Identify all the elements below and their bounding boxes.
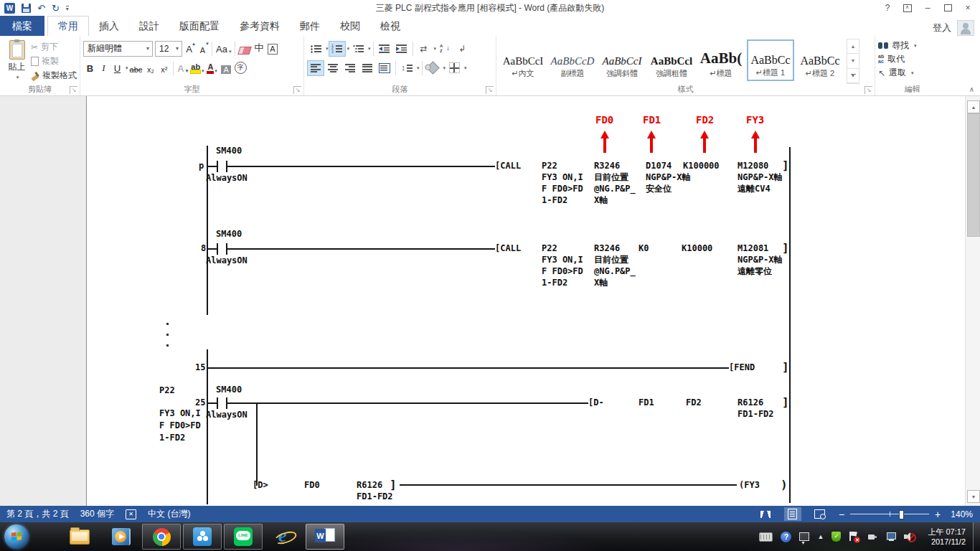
font-size-select[interactable]: 12 ▾ bbox=[155, 41, 182, 57]
vertical-scrollbar[interactable]: ▲ ▼ bbox=[965, 96, 980, 506]
show-desktop-button[interactable] bbox=[973, 522, 980, 551]
highlight-button[interactable]: ab▾ bbox=[189, 60, 205, 75]
undo-icon[interactable]: ↶ bbox=[37, 4, 45, 13]
taskbar-explorer[interactable] bbox=[60, 524, 99, 550]
align-right-button[interactable] bbox=[341, 60, 359, 76]
restore-icon[interactable] bbox=[938, 1, 957, 14]
format-painter-button[interactable]: 複製格式 bbox=[31, 70, 77, 82]
styles-more-icon[interactable]: ▼ bbox=[847, 69, 859, 83]
zoom-in-icon[interactable]: + bbox=[935, 509, 941, 519]
network-icon[interactable] bbox=[885, 532, 896, 542]
enclose-characters-button[interactable]: 字 bbox=[233, 60, 248, 75]
word-app-icon[interactable]: W bbox=[4, 3, 15, 14]
customize-quick-access-icon[interactable]: ▾ bbox=[66, 6, 69, 11]
bold-button[interactable]: B bbox=[83, 60, 97, 75]
distribute-button[interactable] bbox=[376, 60, 393, 76]
style-card-normal[interactable]: AaBbCcI ↵內文 bbox=[499, 39, 547, 81]
asian-layout-button[interactable]: ⇄ bbox=[415, 41, 433, 57]
shading-button[interactable] bbox=[425, 60, 442, 76]
zoom-slider-thumb[interactable] bbox=[899, 510, 904, 519]
zoom-out-icon[interactable]: − bbox=[839, 509, 844, 519]
volume-muted-icon[interactable] bbox=[904, 532, 915, 542]
shrink-font-button[interactable]: A▼ bbox=[196, 41, 209, 56]
taskbar-internet-explorer[interactable] bbox=[265, 524, 303, 550]
find-button[interactable]: 尋找▾ bbox=[878, 39, 947, 52]
ribbon-display-options-icon[interactable] bbox=[898, 1, 917, 14]
character-shading-button[interactable]: A bbox=[220, 60, 233, 75]
font-color-button[interactable]: A▾ bbox=[206, 60, 220, 75]
zoom-slider[interactable]: − + bbox=[839, 509, 941, 519]
help-icon[interactable]: ? bbox=[878, 1, 897, 14]
subscript-button[interactable]: x₂ bbox=[143, 60, 157, 75]
read-mode-button[interactable] bbox=[757, 507, 774, 521]
language-indicator[interactable]: 中文 (台灣) bbox=[148, 508, 190, 520]
tray-help-icon[interactable]: ? bbox=[781, 532, 791, 542]
style-card-subtitle[interactable]: AaBbCcD 副標題 bbox=[549, 39, 596, 81]
save-icon[interactable] bbox=[22, 4, 31, 13]
keyboard-input-icon[interactable] bbox=[759, 532, 773, 542]
sign-in-link[interactable]: 登入 bbox=[933, 22, 951, 34]
underline-button[interactable]: U bbox=[110, 60, 124, 75]
align-center-button[interactable] bbox=[324, 60, 341, 76]
print-layout-button[interactable] bbox=[784, 507, 801, 521]
paste-button[interactable]: 貼上 ▾ bbox=[3, 39, 31, 84]
show-marks-button[interactable]: ↲ bbox=[453, 41, 471, 57]
tab-design[interactable]: 設計 bbox=[129, 17, 169, 36]
line-spacing-button[interactable] bbox=[398, 60, 415, 76]
clipboard-dialog-launcher-icon[interactable]: ↘ bbox=[70, 86, 77, 94]
multilevel-list-button[interactable] bbox=[349, 41, 367, 57]
justify-button[interactable] bbox=[359, 60, 376, 76]
styles-dialog-launcher-icon[interactable]: ↘ bbox=[864, 86, 872, 94]
document-page[interactable] bbox=[86, 96, 966, 506]
replace-button[interactable]: ab ac 取代 bbox=[878, 52, 947, 66]
collapse-ribbon-icon[interactable]: ∧ bbox=[969, 85, 974, 93]
minimize-icon[interactable]: – bbox=[918, 1, 937, 14]
select-button[interactable]: ↖ 選取▾ bbox=[878, 66, 947, 80]
avatar[interactable] bbox=[957, 20, 974, 36]
security-shield-icon[interactable]: ✓ bbox=[831, 532, 841, 542]
tab-mailings[interactable]: 郵件 bbox=[290, 17, 330, 36]
copy-button[interactable]: 複製 bbox=[31, 55, 77, 67]
italic-button[interactable]: I bbox=[97, 60, 110, 75]
word-count[interactable]: 360 個字 bbox=[80, 508, 114, 520]
taskbar-line[interactable] bbox=[224, 524, 263, 550]
increase-indent-button[interactable] bbox=[393, 41, 410, 57]
align-left-button[interactable] bbox=[307, 60, 324, 76]
scroll-down-icon[interactable]: ▼ bbox=[967, 490, 980, 503]
language-bar-icon[interactable] bbox=[799, 532, 809, 541]
tab-view[interactable]: 檢視 bbox=[370, 17, 410, 36]
redo-icon[interactable]: ↻ bbox=[52, 4, 60, 13]
font-dialog-launcher-icon[interactable]: ↘ bbox=[293, 86, 301, 94]
paragraph-dialog-launcher-icon[interactable]: ↘ bbox=[486, 86, 494, 94]
start-button[interactable] bbox=[4, 524, 29, 549]
paste-dropdown-icon[interactable]: ▾ bbox=[17, 75, 19, 80]
style-card-title[interactable]: AaBb( ↵標題 bbox=[697, 39, 745, 81]
scrollbar-thumb[interactable] bbox=[967, 113, 980, 237]
style-card-emphasis-bold[interactable]: AaBbCcl 強調粗體 bbox=[648, 39, 695, 81]
taskbar-clock[interactable]: 上午 07:17 2017/11/2 bbox=[923, 527, 970, 547]
tab-review[interactable]: 校閱 bbox=[330, 17, 370, 36]
tab-insert[interactable]: 插入 bbox=[89, 17, 129, 36]
safely-remove-hardware-icon[interactable] bbox=[867, 532, 877, 542]
styles-scroll-up-icon[interactable]: ▲ bbox=[847, 39, 859, 54]
cut-button[interactable]: ✂ 剪下 bbox=[31, 41, 77, 53]
tab-references[interactable]: 參考資料 bbox=[230, 17, 290, 36]
superscript-button[interactable]: x² bbox=[157, 60, 171, 75]
style-card-heading1[interactable]: AaBbCc ↵標題 1 bbox=[747, 39, 794, 81]
action-center-flag-icon[interactable]: ✕ bbox=[849, 532, 859, 542]
web-layout-button[interactable] bbox=[811, 507, 829, 521]
numbering-button[interactable] bbox=[329, 41, 346, 57]
taskbar-media-player[interactable] bbox=[101, 524, 140, 550]
tab-layout[interactable]: 版面配置 bbox=[169, 17, 230, 36]
taskbar-word[interactable] bbox=[306, 524, 344, 550]
font-name-select[interactable]: 新細明體 ▾ bbox=[83, 41, 153, 57]
bullets-button[interactable] bbox=[307, 41, 324, 57]
change-case-button[interactable]: Aa▾ bbox=[215, 41, 232, 56]
decrease-indent-button[interactable] bbox=[376, 41, 393, 57]
style-card-heading2[interactable]: AaBbCc ↵標題 2 bbox=[796, 39, 844, 81]
proofing-errors-icon[interactable]: ✕ bbox=[126, 509, 136, 519]
clear-formatting-button[interactable] bbox=[237, 41, 252, 56]
taskbar-cloud-app[interactable] bbox=[183, 524, 222, 550]
zoom-level[interactable]: 140% bbox=[951, 509, 973, 519]
show-hidden-icons[interactable]: ▲ bbox=[817, 533, 824, 540]
